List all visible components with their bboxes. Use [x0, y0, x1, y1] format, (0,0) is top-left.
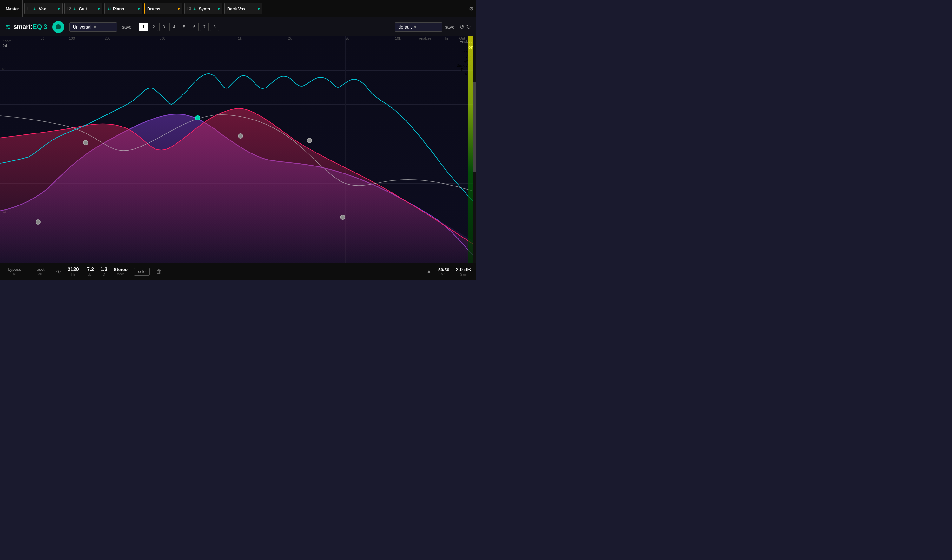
logo: ≋ smart:EQ 3 [5, 23, 47, 31]
channel-l2[interactable]: L2 ≋ Guit [65, 3, 102, 14]
bypass-sublabel: all [13, 272, 16, 276]
hz-value: 2120 [68, 267, 79, 272]
triangle-icon: ▲ [426, 268, 432, 275]
pink-fill [0, 108, 476, 262]
solo-button[interactable]: solo [134, 268, 150, 276]
l3-group-label: L3 [187, 7, 191, 11]
l1-name: Vox [39, 6, 46, 11]
profile-button[interactable] [53, 21, 65, 33]
master-label: Master [3, 0, 23, 17]
channel-piano[interactable]: ≋ Piano [104, 3, 142, 14]
band-button-6[interactable]: 6 [190, 23, 199, 31]
q-param: 1.3 Q [100, 267, 107, 276]
db-param: -7.2 dB [85, 267, 94, 276]
eq-point-6[interactable] [340, 215, 345, 220]
backvox-name: Back Vox [227, 6, 246, 11]
settings-icon[interactable]: ⚙ [469, 6, 473, 12]
ms-value: 50/50 [438, 267, 449, 272]
drums-indicator [178, 8, 179, 9]
bypass-button[interactable]: bypass [8, 267, 21, 272]
piano-icon: ≋ [107, 6, 111, 11]
hz-param: 2120 Hz [68, 267, 79, 276]
wave-icon: ∿ [56, 268, 61, 275]
reset-sublabel: all [39, 272, 42, 276]
vu-bar-strip [468, 37, 473, 262]
db-value: -7.2 [85, 267, 94, 272]
ms-section: 50/50 M/S [438, 267, 449, 276]
band-button-5[interactable]: 5 [179, 23, 189, 31]
l3-name: Synth [199, 6, 210, 11]
channel-l3[interactable]: L3 ≋ Synth [184, 3, 223, 14]
bypass-section: bypass all [5, 267, 24, 276]
band-button-7[interactable]: 7 [200, 23, 209, 31]
mode-section[interactable]: Stereo Mode [114, 267, 128, 276]
logo-icon: ≋ [5, 23, 11, 31]
preset-dropdown[interactable]: Universal ▼ [70, 22, 117, 32]
delete-button[interactable]: 🗑 [156, 268, 162, 275]
reset-section: reset all [31, 267, 49, 276]
band-button-3[interactable]: 3 [159, 23, 168, 31]
l1-group-label: L1 [27, 7, 31, 11]
eq-point-5[interactable] [307, 138, 312, 143]
l2-icon: ≋ [73, 6, 77, 11]
eq-point-4[interactable] [238, 134, 243, 139]
default-preset-section: default ▼ save [395, 22, 454, 32]
gain-section: 2.0 dB Gain [456, 267, 471, 276]
reset-button[interactable]: reset [36, 267, 45, 272]
channel-backvox[interactable]: Back Vox [224, 3, 263, 14]
l1-icon: ≋ [33, 6, 37, 11]
mode-value: Stereo [114, 267, 128, 272]
q-label: Q [102, 273, 105, 276]
default-preset-dropdown[interactable]: default ▼ [395, 22, 442, 32]
preset-save-button[interactable]: save [122, 25, 132, 29]
channel-drums[interactable]: Drums [144, 3, 182, 14]
eq-main-area: Zoom 24 50 100 200 500 1k 2k 5k 10k Anal… [0, 37, 476, 262]
preset-name: Universal [73, 25, 91, 29]
gain-label: Gain [460, 273, 467, 276]
l2-name: Guit [79, 6, 87, 11]
bottom-bar: bypass all reset all ∿ 2120 Hz -7.2 dB 1… [0, 262, 476, 280]
redo-button[interactable]: ↻ [466, 23, 471, 31]
undo-button[interactable]: ↺ [459, 23, 464, 31]
eq-point-2[interactable] [83, 140, 88, 145]
eq-point-3[interactable] [195, 116, 200, 120]
preset-arrow: ▼ [93, 25, 97, 29]
logo-text: smart:EQ 3 [13, 23, 47, 31]
drums-name: Drums [147, 6, 160, 11]
piano-name: Piano [113, 6, 124, 11]
default-save-button[interactable]: save [445, 25, 454, 29]
q-value: 1.3 [100, 267, 107, 272]
scrollbar-thumb [473, 82, 476, 172]
l2-indicator [98, 8, 100, 9]
eq-curve-svg [0, 37, 476, 262]
header-bar: ≋ smart:EQ 3 Universal ▼ save 1 2 3 4 5 … [0, 17, 476, 37]
l3-icon: ≋ [193, 6, 197, 11]
piano-indicator [138, 8, 140, 9]
default-preset-arrow: ▼ [413, 25, 417, 29]
l1-indicator [58, 8, 60, 9]
band-buttons: 1 2 3 4 5 6 7 8 [139, 23, 219, 31]
ms-label: M/S [441, 272, 447, 276]
band-button-2[interactable]: 2 [149, 23, 158, 31]
band-button-8[interactable]: 8 [210, 23, 219, 31]
gain-value: 2.0 dB [456, 267, 471, 273]
vu-meter-scrollbar[interactable] [473, 37, 476, 262]
band-button-4[interactable]: 4 [170, 23, 178, 31]
mode-label: Mode [117, 272, 125, 276]
top-bar: Master L1 ≋ Vox L2 ≋ Guit ≋ Piano Drums … [0, 0, 476, 17]
db-label: dB [88, 273, 91, 276]
undo-redo-section: ↺ ↻ [459, 23, 471, 31]
eq-point-1[interactable] [36, 219, 41, 225]
hz-label: Hz [71, 273, 75, 276]
default-preset-name: default [398, 25, 411, 29]
l3-indicator [218, 8, 219, 9]
l2-group-label: L2 [67, 7, 71, 11]
channel-l1[interactable]: L1 ≋ Vox [25, 3, 62, 14]
backvox-indicator [258, 8, 260, 9]
band-button-1[interactable]: 1 [139, 23, 148, 31]
